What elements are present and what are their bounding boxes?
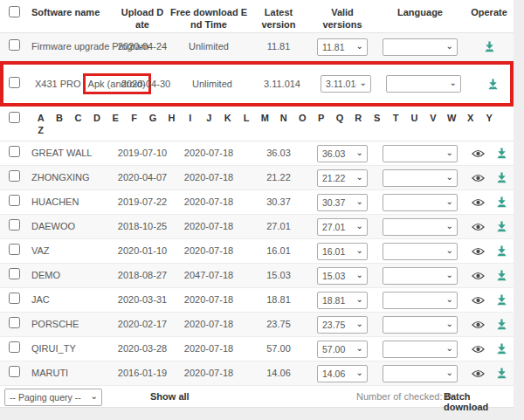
language-select[interactable] [383, 194, 458, 211]
end-time: 2020-07-18 [169, 342, 248, 355]
row-checkbox[interactable] [9, 341, 20, 353]
valid-version-select[interactable]: 36.03 [317, 145, 368, 162]
alphabet-letter[interactable]: F [125, 112, 143, 124]
row-checkbox[interactable] [9, 195, 20, 206]
alphabet-letter[interactable]: V [424, 112, 442, 124]
row-checkbox[interactable] [9, 170, 20, 182]
alphabet-letter[interactable]: X [461, 112, 479, 124]
alphabet-letter[interactable]: R [349, 112, 368, 124]
language-select[interactable] [383, 145, 458, 162]
download-icon[interactable] [496, 270, 507, 281]
language-select[interactable] [383, 365, 458, 382]
alphabet-letter[interactable]: C [69, 112, 87, 124]
valid-version-select[interactable]: 14.06 [317, 365, 368, 382]
language-select[interactable] [383, 341, 458, 358]
alphabet-letter[interactable]: U [405, 112, 424, 124]
select-all-checkbox[interactable] [9, 6, 20, 17]
row-checkbox[interactable] [9, 268, 20, 279]
alphabet-letter[interactable]: Q [330, 112, 348, 124]
download-icon[interactable] [496, 196, 507, 208]
download-icon[interactable] [496, 245, 507, 257]
row-checkbox[interactable] [9, 39, 20, 51]
table-row: HUACHEN 2019-07-22 2020-07-18 30.37 30.3… [0, 190, 514, 215]
eye-icon[interactable] [472, 345, 485, 354]
eye-icon[interactable] [472, 174, 485, 182]
eye-icon[interactable] [472, 369, 485, 378]
alphabet-letter[interactable]: Y [479, 112, 498, 124]
show-all-button[interactable]: Show all [150, 391, 190, 402]
alphabet-letter[interactable]: L [237, 112, 255, 124]
alphabet-letter[interactable]: I [181, 112, 199, 124]
valid-version-select[interactable]: 18.81 [317, 292, 368, 309]
language-select[interactable] [383, 267, 458, 285]
footer: -- Paging query -- ⌄ Show all Number of … [0, 386, 514, 407]
row-checkbox[interactable] [9, 317, 20, 328]
upload-date: 2020-02-17 [115, 318, 169, 330]
valid-version-select[interactable]: 57.00 [317, 341, 368, 358]
download-icon[interactable] [496, 343, 507, 355]
alphabet-letter[interactable]: J [200, 112, 218, 124]
eye-icon[interactable] [472, 198, 485, 207]
row-checkbox[interactable] [9, 146, 20, 157]
row-checkbox[interactable] [9, 366, 20, 377]
download-icon[interactable] [484, 41, 495, 52]
end-time: 2020-07-18 [169, 220, 248, 232]
eye-icon[interactable] [472, 296, 485, 305]
download-icon[interactable] [496, 172, 507, 183]
eye-icon[interactable] [472, 247, 485, 256]
alphabet-letter[interactable]: K [218, 112, 237, 124]
alphabet-row-checkbox[interactable] [9, 112, 20, 123]
alphabet-letter[interactable]: P [312, 112, 330, 124]
alphabet-letter[interactable]: M [256, 112, 274, 124]
valid-version-select[interactable]: 21.22 [317, 169, 368, 187]
row-checkbox[interactable] [9, 77, 20, 88]
valid-version-select-wrap: 23.75⌄ [317, 316, 368, 334]
alphabet-letter[interactable]: Z [31, 124, 50, 136]
valid-version-select[interactable]: 23.75 [317, 316, 368, 334]
eye-icon[interactable] [472, 149, 485, 158]
alphabet-letter[interactable]: A [31, 112, 50, 124]
software-download-table: Software name Upload Date Free download … [0, 0, 514, 408]
end-time: 2020-07-18 [169, 293, 248, 306]
language-select[interactable] [383, 316, 458, 334]
language-select[interactable] [383, 218, 458, 236]
alphabet-letter[interactable]: W [443, 112, 461, 124]
alphabet-letter[interactable]: E [107, 112, 125, 124]
eye-icon[interactable] [472, 320, 485, 329]
alphabet-letter[interactable]: D [87, 112, 106, 124]
alphabet-letter[interactable]: N [274, 112, 293, 124]
valid-version-select[interactable]: 3.11.014 [321, 75, 371, 93]
language-select[interactable] [383, 38, 458, 56]
latest-version: 18.81 [248, 293, 309, 306]
eye-icon[interactable] [472, 272, 485, 280]
alphabet-letter[interactable]: G [143, 112, 162, 124]
eye-icon[interactable] [472, 223, 485, 231]
download-icon[interactable] [496, 221, 507, 232]
download-icon[interactable] [496, 319, 507, 330]
download-icon[interactable] [496, 294, 507, 306]
valid-version-select[interactable]: 16.01 [317, 243, 368, 260]
batch-download-button[interactable]: Batch download [444, 391, 514, 412]
download-icon[interactable] [496, 368, 507, 379]
language-select[interactable] [383, 292, 458, 309]
table-row: JAC 2020-03-31 2020-07-18 18.81 18.81⌄ ⌄ [0, 288, 514, 313]
alphabet-letter[interactable]: B [50, 112, 68, 124]
download-icon[interactable] [487, 79, 499, 90]
valid-version-select[interactable]: 15.03 [317, 267, 368, 285]
valid-version-select[interactable]: 27.01 [317, 218, 368, 236]
language-select[interactable] [383, 243, 458, 260]
row-checkbox[interactable] [9, 293, 20, 304]
language-select[interactable] [386, 75, 461, 93]
row-checkbox[interactable] [9, 219, 20, 231]
paging-query-select[interactable]: -- Paging query -- [4, 389, 102, 406]
language-select[interactable] [383, 169, 458, 187]
alphabet-letter[interactable]: H [162, 112, 181, 124]
download-icon[interactable] [496, 148, 507, 159]
latest-version: 30.37 [248, 196, 309, 208]
alphabet-letter[interactable]: O [293, 112, 311, 124]
valid-version-select[interactable]: 30.37 [317, 194, 368, 211]
valid-version-select[interactable]: 11.81 [317, 38, 368, 56]
alphabet-letter[interactable]: S [368, 112, 386, 124]
alphabet-letter[interactable]: T [386, 112, 404, 124]
row-checkbox[interactable] [9, 244, 20, 255]
